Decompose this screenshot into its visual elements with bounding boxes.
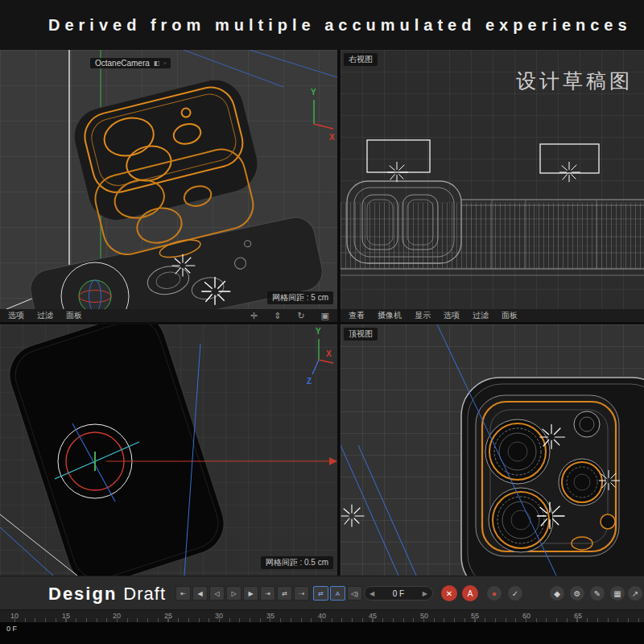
page-title: DesignDraft (48, 584, 166, 605)
viewport-top[interactable]: 顶视图 (341, 324, 644, 576)
application-window: Derived from multiple accumulated experi… (0, 0, 644, 644)
ruler-label: 55 (471, 612, 479, 620)
camera-label[interactable]: OctaneCamera ◧ ▫ (90, 58, 171, 68)
go-to-start-button[interactable]: ⇤ (175, 586, 191, 601)
title-design: Design (48, 584, 117, 604)
previous-key-button[interactable]: ◀ (192, 586, 208, 601)
keyframe-confirm-button[interactable]: ✓ (507, 585, 523, 601)
top-view-canvas (341, 324, 644, 576)
range-start-label: 0 F (6, 625, 17, 633)
axis-gizmo: Y X Z (307, 327, 333, 386)
next-key-button[interactable]: ⇄ (277, 586, 292, 601)
pan-icon[interactable]: ✛ (250, 311, 258, 321)
play-button[interactable]: ▷ (226, 586, 242, 601)
frame-decrement-icon[interactable]: ◀ (369, 590, 374, 597)
rotate-icon[interactable]: ↻ (297, 311, 304, 321)
frame-increment-icon[interactable]: ▶ (423, 590, 427, 597)
play-forward-button[interactable]: ▶ (243, 586, 258, 601)
sparkle-highlight (341, 505, 364, 526)
autokey-mode-button[interactable]: A (330, 586, 345, 601)
axis-gizmo: Y X (311, 88, 335, 142)
menu-item-panel[interactable]: 面板 (66, 310, 82, 321)
lidar-ring (601, 514, 615, 529)
ruler-label: 45 (369, 612, 377, 620)
case-corner (461, 378, 644, 576)
camera-target-icon[interactable]: ▫ (163, 60, 166, 67)
zoom-icon[interactable]: ⇕ (274, 311, 281, 321)
ruler-label: 25 (164, 612, 172, 620)
key-edit-button[interactable]: ✎ (589, 585, 605, 601)
current-frame-field[interactable]: ◀ 0 F ▶ (364, 586, 433, 601)
grid-spacing-badge: 网格间距 : 5 cm (267, 291, 333, 304)
key-link-button[interactable]: ↗ (627, 585, 643, 601)
timeline-range-bar[interactable]: 0 F (0, 622, 644, 644)
view-label-right[interactable]: 右视图 (344, 53, 378, 66)
grid-spacing-badge: 网格间距 : 0.5 cm (261, 556, 333, 569)
menu-item-options[interactable]: 选项 (444, 310, 460, 321)
record-keyframe-button[interactable]: ✕ (441, 585, 457, 601)
y-axis-label: Y (316, 327, 321, 336)
z-axis-label: Z (307, 377, 312, 386)
keyframe-point-button[interactable]: • (486, 585, 502, 601)
x-axis-label: X (326, 349, 332, 358)
loop-mode-button[interactable]: ⇄ (313, 586, 328, 601)
viewport-right[interactable]: 右视图 设计草稿图 查看 摄像机 显示 选项 过滤 面板 (341, 50, 644, 322)
key-settings-button[interactable]: ⚙ (569, 585, 585, 601)
ruler-label: 50 (420, 612, 428, 620)
current-frame-value: 0 F (393, 589, 404, 598)
camera-view-canvas: Y X Z (0, 324, 337, 576)
menu-item-display[interactable]: 显示 (415, 310, 431, 321)
menu-item-filter[interactable]: 过滤 (473, 310, 489, 321)
ruler-label: 30 (215, 612, 223, 620)
ruler-label: 60 (522, 612, 530, 620)
timeline-ruler[interactable]: 10 15 20 25 30 35 40 45 50 55 60 65 (0, 609, 644, 622)
sound-toggle-button[interactable]: ◁) (347, 586, 362, 601)
ruler-label: 20 (113, 612, 121, 620)
camera-icon[interactable]: ◧ (154, 60, 160, 67)
sparkle-highlight (559, 162, 580, 181)
viewport-camera[interactable]: Y X Z 网格间距 : 0.5 cm (0, 324, 337, 576)
menu-item-camera[interactable]: 摄像机 (378, 310, 402, 321)
camera-lens-large-bottom (489, 488, 553, 552)
next-frame-button[interactable]: ⇢ (294, 586, 309, 601)
x-axis-label: X (329, 133, 335, 142)
view-label-top[interactable]: 顶视图 (344, 328, 378, 341)
banner-title: Derived from multiple accumulated experi… (48, 16, 632, 35)
ruler-label: 40 (318, 612, 326, 620)
flash-ring (574, 411, 600, 437)
menu-item-view[interactable]: 查看 (349, 310, 365, 321)
ruler-label: 35 (266, 612, 275, 620)
case-base (27, 214, 326, 322)
phone-case-back (2, 324, 232, 576)
timeline-toolbar: DesignDraft ⇤ ◀ ◁ ▷ ▶ ⇥ ⇄ ⇢ ⇄ A ◁) ◀ 0 F… (0, 576, 644, 609)
camera-label-text: OctaneCamera (95, 59, 150, 68)
menu-item-panel[interactable]: 面板 (502, 310, 518, 321)
maximize-icon[interactable]: ▣ (321, 311, 329, 321)
previous-frame-button[interactable]: ◁ (209, 586, 225, 601)
side-wireframe (341, 181, 644, 275)
title-draft: Draft (123, 584, 166, 604)
right-view-menu-bar: 查看 摄像机 显示 选项 过滤 面板 (341, 309, 644, 322)
perspective-canvas: Y X (0, 50, 337, 322)
ruler-label: 65 (574, 612, 582, 620)
banner: Derived from multiple accumulated experi… (0, 0, 644, 50)
go-to-end-button[interactable]: ⇥ (260, 586, 275, 601)
perspective-menu-bar: 选项 过滤 面板 ✛ ⇕ ↻ ▣ (0, 309, 337, 322)
watermark-text: 设计草稿图 (516, 68, 633, 94)
camera-lens-small (559, 459, 605, 506)
ruler-label: 10 (10, 612, 19, 620)
viewport-perspective[interactable]: Y X OctaneCamera ◧ ▫ 网格间距 : 5 cm 选项 过滤 面… (0, 50, 337, 322)
y-axis-label: Y (311, 88, 316, 97)
autokeying-button[interactable]: A (462, 585, 478, 601)
camera-lens-large-top (485, 419, 550, 484)
menu-item-filter[interactable]: 过滤 (37, 310, 53, 321)
menu-item-options[interactable]: 选项 (8, 310, 24, 321)
ruler-label: 15 (62, 612, 70, 620)
key-grid-button[interactable]: ▦ (609, 585, 625, 601)
key-position-button[interactable]: ◆ (549, 585, 565, 601)
